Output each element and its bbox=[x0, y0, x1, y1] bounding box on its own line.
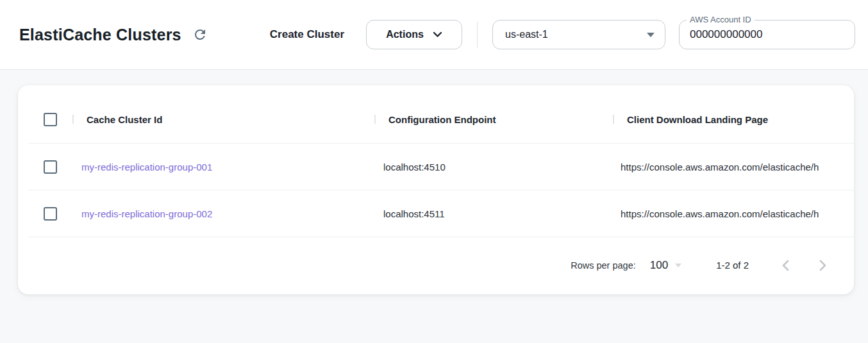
caret-down-icon bbox=[675, 264, 681, 267]
table-row: my-redis-replication-group-002 localhost… bbox=[28, 190, 854, 237]
pagination-range-label: 1-2 of 2 bbox=[716, 260, 749, 271]
aws-account-id-input[interactable] bbox=[690, 28, 844, 41]
table-row: my-redis-replication-group-001 localhost… bbox=[28, 144, 854, 190]
top-toolbar: ElastiCache Clusters Create Cluster Acti… bbox=[0, 0, 868, 70]
header-checkbox-cell bbox=[28, 113, 72, 126]
rows-per-page-value: 100 bbox=[650, 259, 668, 272]
table-header-row: Cache Cluster Id Configuration Endpoint … bbox=[28, 96, 854, 144]
table-body: my-redis-replication-group-001 localhost… bbox=[28, 144, 854, 237]
cache-cluster-id-cell: my-redis-replication-group-002 bbox=[72, 208, 374, 219]
table-pagination: Rows per page: 100 1-2 of 2 bbox=[28, 237, 854, 293]
chevron-right-icon bbox=[819, 260, 826, 271]
select-all-checkbox[interactable] bbox=[44, 113, 57, 126]
create-cluster-button[interactable]: Create Cluster bbox=[270, 28, 344, 41]
cache-cluster-id-link[interactable]: my-redis-replication-group-002 bbox=[81, 208, 212, 219]
refresh-button[interactable] bbox=[191, 26, 209, 44]
caret-down-icon bbox=[647, 33, 655, 37]
column-header-configuration-endpoint[interactable]: Configuration Endpoint bbox=[374, 96, 613, 143]
page-title: ElastiCache Clusters bbox=[19, 26, 181, 44]
clusters-table-card: Cache Cluster Id Configuration Endpoint … bbox=[18, 85, 854, 294]
next-page-button[interactable] bbox=[814, 257, 831, 274]
region-select-value: us-east-1 bbox=[505, 29, 548, 40]
aws-account-id-label: AWS Account ID bbox=[687, 14, 755, 26]
previous-page-button[interactable] bbox=[777, 257, 794, 274]
aws-account-id-field[interactable]: AWS Account ID bbox=[679, 20, 855, 49]
row-checkbox[interactable] bbox=[44, 160, 57, 174]
column-header-client-download-landing-page[interactable]: Client Download Landing Page bbox=[613, 96, 854, 143]
actions-button-label: Actions bbox=[386, 29, 424, 40]
cache-cluster-id-cell: my-redis-replication-group-001 bbox=[72, 162, 374, 172]
configuration-endpoint-cell: localhost:4510 bbox=[374, 162, 613, 172]
cache-cluster-id-link[interactable]: my-redis-replication-group-001 bbox=[81, 162, 212, 172]
region-select[interactable]: us-east-1 bbox=[492, 20, 665, 49]
row-checkbox[interactable] bbox=[44, 207, 57, 221]
row-checkbox-cell bbox=[28, 160, 72, 174]
rows-per-page-label: Rows per page: bbox=[571, 260, 636, 271]
rows-per-page-select[interactable]: 100 bbox=[650, 259, 681, 272]
client-download-landing-page-cell: https://console.aws.amazon.com/elasticac… bbox=[613, 208, 854, 219]
toolbar-divider bbox=[477, 22, 478, 47]
row-checkbox-cell bbox=[28, 207, 72, 221]
client-download-landing-page-cell: https://console.aws.amazon.com/elasticac… bbox=[613, 162, 854, 172]
actions-dropdown-button[interactable]: Actions bbox=[366, 20, 462, 49]
chevron-left-icon bbox=[782, 260, 789, 271]
column-header-cache-cluster-id[interactable]: Cache Cluster Id bbox=[72, 96, 374, 143]
refresh-icon bbox=[192, 27, 208, 42]
chevron-down-icon bbox=[433, 31, 442, 38]
configuration-endpoint-cell: localhost:4511 bbox=[374, 208, 613, 219]
